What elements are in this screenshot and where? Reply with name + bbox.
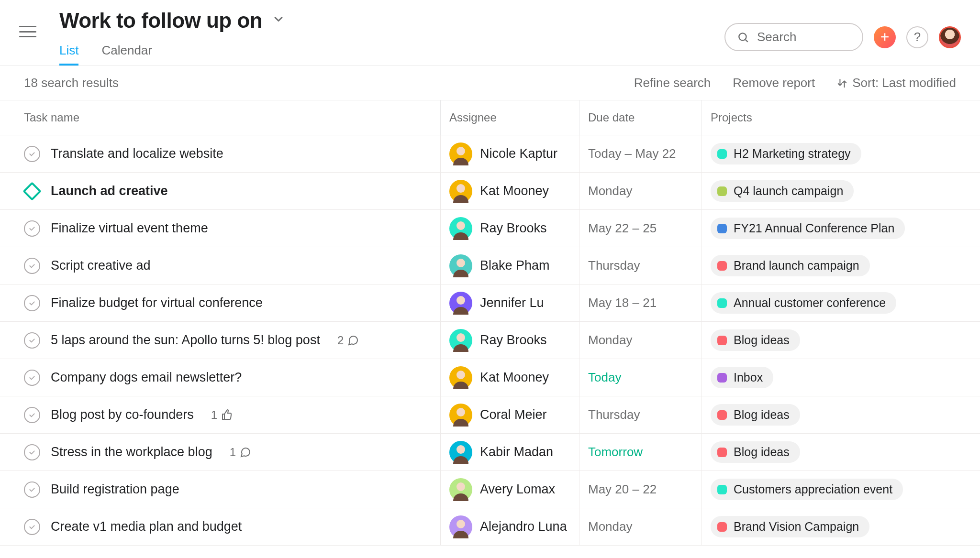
task-name[interactable]: Launch ad creative [51, 184, 168, 198]
project-color-dot [717, 186, 727, 196]
due-date[interactable]: Monday [579, 173, 702, 209]
column-header-assignee[interactable]: Assignee [440, 100, 579, 135]
hamburger-menu-icon[interactable] [19, 23, 36, 40]
complete-checkbox[interactable] [24, 481, 40, 498]
assignee-avatar[interactable] [449, 404, 472, 427]
svg-point-0 [739, 33, 746, 40]
task-row[interactable]: Blog post by co-founders1Coral MeierThur… [0, 396, 980, 434]
assignee-name: Blake Pham [480, 258, 550, 273]
like-count[interactable]: 1 [211, 408, 233, 422]
assignee-avatar[interactable] [449, 515, 472, 538]
complete-checkbox[interactable] [24, 370, 40, 386]
user-avatar[interactable] [939, 26, 961, 48]
assignee-avatar[interactable] [449, 142, 472, 165]
svg-point-5 [457, 184, 465, 193]
complete-checkbox[interactable] [24, 220, 40, 237]
task-name[interactable]: Finalize virtual event theme [51, 221, 208, 236]
task-row[interactable]: Finalize virtual event themeRay BrooksMa… [0, 210, 980, 247]
comment-count[interactable]: 2 [337, 334, 359, 347]
search-input[interactable]: Search [724, 23, 863, 51]
complete-checkbox[interactable] [24, 258, 40, 274]
due-date[interactable]: Monday [579, 508, 702, 545]
task-row[interactable]: Create v1 media plan and budgetAlejandro… [0, 508, 980, 546]
task-row[interactable]: Script creative adBlake PhamThursdayBran… [0, 247, 980, 284]
project-pill[interactable]: Inbox [711, 367, 773, 388]
tab-calendar[interactable]: Calendar [101, 43, 152, 66]
chevron-down-icon[interactable] [272, 12, 285, 29]
due-date[interactable]: May 18 – 21 [579, 284, 702, 321]
task-name[interactable]: Company dogs email newsletter? [51, 370, 242, 385]
task-row[interactable]: Finalize budget for virtual conferenceJe… [0, 284, 980, 322]
complete-checkbox[interactable] [24, 519, 40, 535]
assignee-avatar[interactable] [449, 478, 472, 501]
project-name: H2 Marketing strategy [734, 147, 851, 161]
task-row[interactable]: Launch ad creativeKat MooneyMondayQ4 lau… [0, 173, 980, 210]
complete-checkbox[interactable] [24, 407, 40, 423]
task-row[interactable]: Company dogs email newsletter?Kat Mooney… [0, 359, 980, 396]
due-date[interactable]: Thursday [579, 247, 702, 284]
task-row[interactable]: Build registration pageAvery LomaxMay 20… [0, 471, 980, 508]
assignee-name: Nicole Kaptur [480, 146, 557, 161]
task-row[interactable]: Translate and localize websiteNicole Kap… [0, 135, 980, 173]
project-color-dot [717, 336, 727, 345]
project-pill[interactable]: Customers appreciation event [711, 479, 903, 500]
assignee-avatar[interactable] [449, 292, 472, 315]
task-name[interactable]: Build registration page [51, 482, 179, 497]
due-date[interactable]: May 22 – 25 [579, 210, 702, 247]
complete-checkbox[interactable] [24, 332, 40, 349]
assignee-avatar[interactable] [449, 254, 472, 277]
assignee-name: Kat Mooney [480, 184, 549, 198]
svg-point-7 [457, 221, 465, 230]
help-button[interactable]: ? [906, 26, 928, 48]
assignee-avatar[interactable] [449, 329, 472, 352]
project-name: Brand launch campaign [734, 259, 859, 273]
project-pill[interactable]: H2 Marketing strategy [711, 143, 861, 164]
svg-point-19 [457, 445, 465, 454]
task-name[interactable]: Script creative ad [51, 258, 151, 273]
project-pill[interactable]: Annual customer conference [711, 292, 896, 314]
task-name[interactable]: Finalize budget for virtual conference [51, 295, 263, 310]
due-date[interactable]: Monday [579, 322, 702, 359]
column-header-task[interactable]: Task name [0, 100, 440, 135]
project-pill[interactable]: Blog ideas [711, 441, 800, 463]
task-name[interactable]: 5 laps around the sun: Apollo turns 5! b… [51, 333, 320, 348]
due-date[interactable]: Thursday [579, 396, 702, 433]
column-header-due[interactable]: Due date [579, 100, 702, 135]
task-name[interactable]: Stress in the workplace blog [51, 445, 212, 460]
tab-list[interactable]: List [59, 43, 78, 66]
due-date[interactable]: Today [579, 359, 702, 396]
remove-report-button[interactable]: Remove report [733, 76, 815, 90]
complete-checkbox[interactable] [24, 444, 40, 460]
task-row[interactable]: Stress in the workplace blog1Kabir Madan… [0, 434, 980, 471]
assignee-avatar[interactable] [449, 180, 472, 203]
assignee-avatar[interactable] [449, 217, 472, 240]
due-date[interactable]: May 20 – 22 [579, 471, 702, 508]
sort-button[interactable]: Sort: Last modified [837, 76, 956, 90]
milestone-icon[interactable] [22, 182, 42, 201]
assignee-name: Coral Meier [480, 407, 547, 422]
project-pill[interactable]: Brand Vision Campaign [711, 516, 869, 537]
due-date[interactable]: Today – May 22 [579, 135, 702, 172]
project-name: Inbox [734, 371, 763, 384]
assignee-avatar[interactable] [449, 441, 472, 464]
svg-point-15 [457, 371, 465, 379]
project-pill[interactable]: Brand launch campaign [711, 255, 870, 276]
complete-checkbox[interactable] [24, 146, 40, 162]
svg-point-23 [457, 520, 465, 528]
task-row[interactable]: 5 laps around the sun: Apollo turns 5! b… [0, 322, 980, 359]
column-header-projects[interactable]: Projects [702, 100, 980, 135]
add-button[interactable]: + [874, 26, 896, 48]
project-pill[interactable]: Blog ideas [711, 404, 800, 426]
complete-checkbox[interactable] [24, 295, 40, 311]
comment-count[interactable]: 1 [230, 446, 251, 459]
assignee-avatar[interactable] [449, 366, 472, 389]
refine-search-button[interactable]: Refine search [634, 76, 711, 90]
project-pill[interactable]: FY21 Annual Conference Plan [711, 218, 905, 239]
svg-point-3 [457, 147, 465, 155]
task-name[interactable]: Translate and localize website [51, 146, 223, 161]
task-name[interactable]: Blog post by co-founders [51, 407, 194, 422]
project-pill[interactable]: Q4 launch campaign [711, 180, 854, 202]
task-name[interactable]: Create v1 media plan and budget [51, 519, 242, 534]
project-pill[interactable]: Blog ideas [711, 329, 800, 351]
due-date[interactable]: Tomorrow [579, 434, 702, 470]
